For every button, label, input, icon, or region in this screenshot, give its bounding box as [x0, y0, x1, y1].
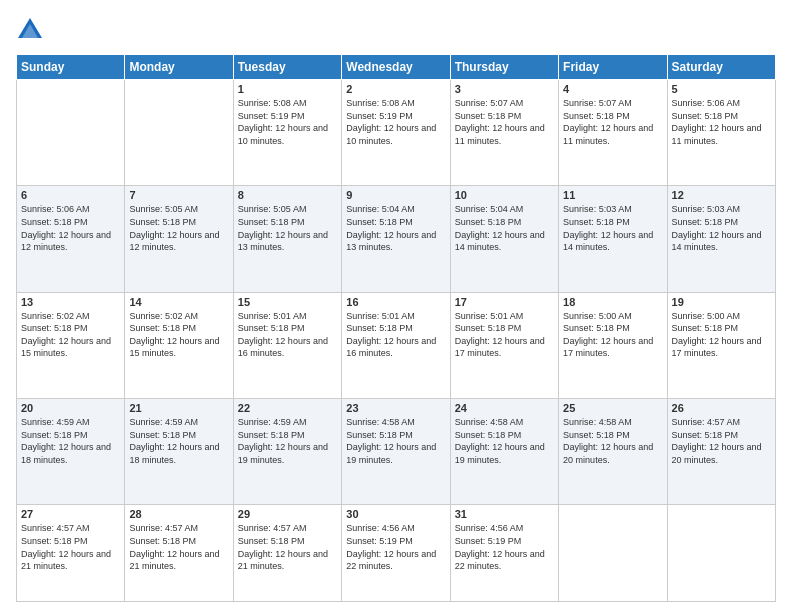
day-info: Sunrise: 5:03 AM Sunset: 5:18 PM Dayligh… — [563, 203, 662, 253]
calendar-cell: 17Sunrise: 5:01 AM Sunset: 5:18 PM Dayli… — [450, 292, 558, 398]
day-info: Sunrise: 4:57 AM Sunset: 5:18 PM Dayligh… — [129, 522, 228, 572]
day-info: Sunrise: 4:59 AM Sunset: 5:18 PM Dayligh… — [21, 416, 120, 466]
day-info: Sunrise: 4:58 AM Sunset: 5:18 PM Dayligh… — [346, 416, 445, 466]
day-number: 11 — [563, 189, 662, 201]
calendar-header-row: SundayMondayTuesdayWednesdayThursdayFrid… — [17, 55, 776, 80]
day-number: 4 — [563, 83, 662, 95]
day-of-week-header: Saturday — [667, 55, 775, 80]
calendar-cell: 9Sunrise: 5:04 AM Sunset: 5:18 PM Daylig… — [342, 186, 450, 292]
calendar-week-row: 27Sunrise: 4:57 AM Sunset: 5:18 PM Dayli… — [17, 505, 776, 602]
day-info: Sunrise: 5:00 AM Sunset: 5:18 PM Dayligh… — [563, 310, 662, 360]
day-number: 31 — [455, 508, 554, 520]
calendar-cell: 28Sunrise: 4:57 AM Sunset: 5:18 PM Dayli… — [125, 505, 233, 602]
day-number: 19 — [672, 296, 771, 308]
day-info: Sunrise: 4:57 AM Sunset: 5:18 PM Dayligh… — [238, 522, 337, 572]
day-number: 2 — [346, 83, 445, 95]
calendar-cell — [667, 505, 775, 602]
day-number: 3 — [455, 83, 554, 95]
calendar-cell — [125, 80, 233, 186]
day-info: Sunrise: 5:07 AM Sunset: 5:18 PM Dayligh… — [455, 97, 554, 147]
calendar-cell: 16Sunrise: 5:01 AM Sunset: 5:18 PM Dayli… — [342, 292, 450, 398]
day-info: Sunrise: 4:56 AM Sunset: 5:19 PM Dayligh… — [455, 522, 554, 572]
calendar-cell: 24Sunrise: 4:58 AM Sunset: 5:18 PM Dayli… — [450, 398, 558, 504]
day-number: 5 — [672, 83, 771, 95]
day-number: 16 — [346, 296, 445, 308]
calendar-cell: 19Sunrise: 5:00 AM Sunset: 5:18 PM Dayli… — [667, 292, 775, 398]
day-number: 10 — [455, 189, 554, 201]
day-of-week-header: Wednesday — [342, 55, 450, 80]
calendar-cell: 27Sunrise: 4:57 AM Sunset: 5:18 PM Dayli… — [17, 505, 125, 602]
day-number: 1 — [238, 83, 337, 95]
day-info: Sunrise: 4:58 AM Sunset: 5:18 PM Dayligh… — [563, 416, 662, 466]
page: SundayMondayTuesdayWednesdayThursdayFrid… — [0, 0, 792, 612]
calendar-week-row: 20Sunrise: 4:59 AM Sunset: 5:18 PM Dayli… — [17, 398, 776, 504]
day-of-week-header: Tuesday — [233, 55, 341, 80]
day-info: Sunrise: 4:59 AM Sunset: 5:18 PM Dayligh… — [129, 416, 228, 466]
day-info: Sunrise: 5:00 AM Sunset: 5:18 PM Dayligh… — [672, 310, 771, 360]
day-info: Sunrise: 5:05 AM Sunset: 5:18 PM Dayligh… — [238, 203, 337, 253]
day-number: 17 — [455, 296, 554, 308]
calendar-cell: 26Sunrise: 4:57 AM Sunset: 5:18 PM Dayli… — [667, 398, 775, 504]
day-number: 22 — [238, 402, 337, 414]
calendar-cell: 22Sunrise: 4:59 AM Sunset: 5:18 PM Dayli… — [233, 398, 341, 504]
calendar-cell: 1Sunrise: 5:08 AM Sunset: 5:19 PM Daylig… — [233, 80, 341, 186]
day-info: Sunrise: 5:07 AM Sunset: 5:18 PM Dayligh… — [563, 97, 662, 147]
day-number: 30 — [346, 508, 445, 520]
day-of-week-header: Monday — [125, 55, 233, 80]
calendar-cell: 15Sunrise: 5:01 AM Sunset: 5:18 PM Dayli… — [233, 292, 341, 398]
calendar-cell: 20Sunrise: 4:59 AM Sunset: 5:18 PM Dayli… — [17, 398, 125, 504]
calendar-cell: 7Sunrise: 5:05 AM Sunset: 5:18 PM Daylig… — [125, 186, 233, 292]
calendar-week-row: 6Sunrise: 5:06 AM Sunset: 5:18 PM Daylig… — [17, 186, 776, 292]
header — [16, 16, 776, 44]
calendar-cell: 13Sunrise: 5:02 AM Sunset: 5:18 PM Dayli… — [17, 292, 125, 398]
calendar-cell: 18Sunrise: 5:00 AM Sunset: 5:18 PM Dayli… — [559, 292, 667, 398]
calendar-cell: 11Sunrise: 5:03 AM Sunset: 5:18 PM Dayli… — [559, 186, 667, 292]
day-info: Sunrise: 5:04 AM Sunset: 5:18 PM Dayligh… — [455, 203, 554, 253]
calendar-cell: 3Sunrise: 5:07 AM Sunset: 5:18 PM Daylig… — [450, 80, 558, 186]
calendar-cell: 2Sunrise: 5:08 AM Sunset: 5:19 PM Daylig… — [342, 80, 450, 186]
day-number: 12 — [672, 189, 771, 201]
calendar-cell: 10Sunrise: 5:04 AM Sunset: 5:18 PM Dayli… — [450, 186, 558, 292]
calendar-cell: 6Sunrise: 5:06 AM Sunset: 5:18 PM Daylig… — [17, 186, 125, 292]
day-info: Sunrise: 5:08 AM Sunset: 5:19 PM Dayligh… — [238, 97, 337, 147]
calendar: SundayMondayTuesdayWednesdayThursdayFrid… — [16, 54, 776, 602]
day-number: 6 — [21, 189, 120, 201]
day-number: 14 — [129, 296, 228, 308]
calendar-cell: 12Sunrise: 5:03 AM Sunset: 5:18 PM Dayli… — [667, 186, 775, 292]
calendar-cell: 23Sunrise: 4:58 AM Sunset: 5:18 PM Dayli… — [342, 398, 450, 504]
day-info: Sunrise: 4:57 AM Sunset: 5:18 PM Dayligh… — [21, 522, 120, 572]
day-info: Sunrise: 5:02 AM Sunset: 5:18 PM Dayligh… — [21, 310, 120, 360]
day-number: 7 — [129, 189, 228, 201]
day-info: Sunrise: 5:01 AM Sunset: 5:18 PM Dayligh… — [238, 310, 337, 360]
calendar-cell: 29Sunrise: 4:57 AM Sunset: 5:18 PM Dayli… — [233, 505, 341, 602]
day-number: 9 — [346, 189, 445, 201]
day-info: Sunrise: 5:06 AM Sunset: 5:18 PM Dayligh… — [21, 203, 120, 253]
day-number: 21 — [129, 402, 228, 414]
calendar-cell: 31Sunrise: 4:56 AM Sunset: 5:19 PM Dayli… — [450, 505, 558, 602]
day-number: 26 — [672, 402, 771, 414]
calendar-cell: 8Sunrise: 5:05 AM Sunset: 5:18 PM Daylig… — [233, 186, 341, 292]
day-info: Sunrise: 5:08 AM Sunset: 5:19 PM Dayligh… — [346, 97, 445, 147]
day-of-week-header: Friday — [559, 55, 667, 80]
calendar-week-row: 13Sunrise: 5:02 AM Sunset: 5:18 PM Dayli… — [17, 292, 776, 398]
day-number: 8 — [238, 189, 337, 201]
day-info: Sunrise: 4:59 AM Sunset: 5:18 PM Dayligh… — [238, 416, 337, 466]
calendar-cell — [17, 80, 125, 186]
day-info: Sunrise: 4:57 AM Sunset: 5:18 PM Dayligh… — [672, 416, 771, 466]
day-info: Sunrise: 4:58 AM Sunset: 5:18 PM Dayligh… — [455, 416, 554, 466]
day-info: Sunrise: 4:56 AM Sunset: 5:19 PM Dayligh… — [346, 522, 445, 572]
day-number: 24 — [455, 402, 554, 414]
day-number: 27 — [21, 508, 120, 520]
day-info: Sunrise: 5:02 AM Sunset: 5:18 PM Dayligh… — [129, 310, 228, 360]
calendar-cell: 14Sunrise: 5:02 AM Sunset: 5:18 PM Dayli… — [125, 292, 233, 398]
day-number: 20 — [21, 402, 120, 414]
day-number: 29 — [238, 508, 337, 520]
day-info: Sunrise: 5:06 AM Sunset: 5:18 PM Dayligh… — [672, 97, 771, 147]
day-info: Sunrise: 5:03 AM Sunset: 5:18 PM Dayligh… — [672, 203, 771, 253]
calendar-cell — [559, 505, 667, 602]
day-number: 25 — [563, 402, 662, 414]
calendar-cell: 4Sunrise: 5:07 AM Sunset: 5:18 PM Daylig… — [559, 80, 667, 186]
day-info: Sunrise: 5:01 AM Sunset: 5:18 PM Dayligh… — [455, 310, 554, 360]
day-of-week-header: Sunday — [17, 55, 125, 80]
day-number: 23 — [346, 402, 445, 414]
